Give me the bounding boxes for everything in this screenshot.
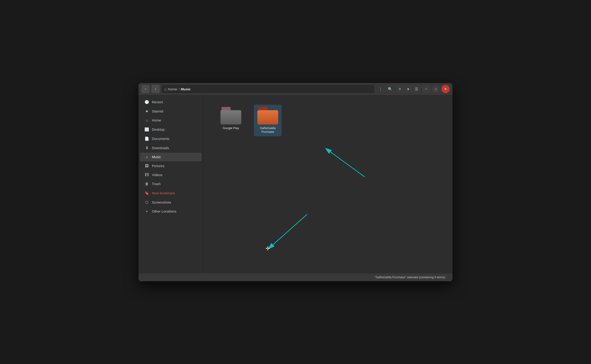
sidebar-label-recent: Recent xyxy=(152,100,163,104)
svg-line-3 xyxy=(272,214,307,245)
cursor-icon: ✛ xyxy=(265,245,270,252)
folder-google-play-icon xyxy=(221,107,241,124)
breadcrumb: ⌂ Home / Music xyxy=(161,85,375,93)
breadcrumb-current: Music xyxy=(181,87,191,91)
sidebar-item-downloads[interactable]: ⬇ Downloads xyxy=(140,143,201,152)
search-icon: 🔍 xyxy=(388,87,392,91)
view-toggle-group: ≡ ▾ ☰ xyxy=(396,85,421,93)
close-button[interactable]: ✕ xyxy=(441,85,450,93)
starred-icon: ★ xyxy=(145,109,149,113)
videos-icon: 🎞 xyxy=(145,173,149,177)
file-manager-window: ‹ › ⌂ Home / Music ⋮ 🔍 ≡ ▾ xyxy=(139,83,452,281)
folder-saregama-icon xyxy=(257,107,278,124)
sidebar-label-music: Music xyxy=(152,155,161,159)
sidebar-label-downloads: Downloads xyxy=(152,146,169,150)
forward-button[interactable]: › xyxy=(151,85,160,93)
file-label-google-play: Google Play xyxy=(223,126,239,130)
trash-icon: 🗑 xyxy=(145,182,149,186)
more-icon: ⋮ xyxy=(379,87,382,91)
pictures-icon: 🖼 xyxy=(145,164,149,168)
files-grid: Google Play SaReGaMa Purchase xyxy=(203,95,452,146)
desktop-icon: ⬜ xyxy=(145,127,149,132)
sidebar-item-documents[interactable]: 📄 Documents xyxy=(140,134,201,143)
sidebar-label-trash: Trash xyxy=(152,182,161,186)
bookmark-icon: 🔖 xyxy=(145,191,149,195)
search-button[interactable]: 🔍 xyxy=(386,85,394,93)
documents-icon: 📄 xyxy=(145,136,149,141)
sidebar-item-pictures[interactable]: 🖼 Pictures xyxy=(140,162,201,170)
maximize-icon: □ xyxy=(435,87,437,91)
sidebar-item-new-bookmark[interactable]: 🔖 New bookmark xyxy=(140,188,201,198)
screenshots-icon: ⬡ xyxy=(145,200,149,204)
sidebar-item-screenshots[interactable]: ⬡ Screenshots xyxy=(140,198,201,207)
sidebar-item-home[interactable]: ⌂ Home xyxy=(140,116,201,125)
titlebar: ‹ › ⌂ Home / Music ⋮ 🔍 ≡ ▾ xyxy=(139,83,452,95)
sidebar-label-home: Home xyxy=(152,118,161,122)
home-icon: ⌂ xyxy=(164,87,167,91)
sidebar-item-videos[interactable]: 🎞 Videos xyxy=(140,171,201,179)
sidebar-item-music[interactable]: ♪ Music xyxy=(140,153,201,161)
sidebar-item-desktop[interactable]: ⬜ Desktop xyxy=(140,125,201,134)
list-view-icon: ≡ xyxy=(399,87,401,91)
sidebar-label-other-locations: Other Locations xyxy=(152,209,176,213)
sidebar-item-starred[interactable]: ★ Starred xyxy=(140,107,201,116)
sidebar-label-desktop: Desktop xyxy=(152,128,165,131)
minimize-icon: − xyxy=(425,87,427,91)
back-button[interactable]: ‹ xyxy=(141,85,150,93)
view-dropdown-button[interactable]: ▾ xyxy=(404,85,412,93)
main-content: 🕐 Recent ★ Starred ⌂ Home ⬜ Desktop 📄 Do… xyxy=(139,95,452,273)
svg-line-2 xyxy=(326,148,365,177)
status-badge: "SaReGaMa Purchase" selected (containing… xyxy=(372,274,448,280)
file-item-saregama-purchase[interactable]: SaReGaMa Purchase xyxy=(254,105,282,136)
sidebar-label-documents: Documents xyxy=(152,137,169,141)
titlebar-actions: ⋮ 🔍 ≡ ▾ ☰ − □ xyxy=(376,85,450,93)
statusbar: "SaReGaMa Purchase" selected (containing… xyxy=(139,273,452,281)
more-options-button[interactable]: ⋮ xyxy=(376,85,385,93)
file-item-google-play[interactable]: Google Play xyxy=(217,105,245,136)
grid-view-button[interactable]: ☰ xyxy=(412,85,421,93)
close-icon: ✕ xyxy=(444,87,447,91)
other-locations-icon: + xyxy=(145,209,149,214)
breadcrumb-separator: / xyxy=(178,87,179,91)
sidebar-item-trash[interactable]: 🗑 Trash xyxy=(140,180,201,188)
file-label-saregama-purchase: SaReGaMa Purchase xyxy=(256,126,279,134)
sidebar-label-videos: Videos xyxy=(152,173,162,177)
chevron-down-icon: ▾ xyxy=(407,87,409,91)
sidebar-label-new-bookmark: New bookmark xyxy=(152,191,175,195)
sidebar-label-starred: Starred xyxy=(152,109,163,113)
status-message: "SaReGaMa Purchase" selected (containing… xyxy=(375,275,445,279)
breadcrumb-home[interactable]: Home xyxy=(168,87,177,91)
forward-icon: › xyxy=(155,87,156,91)
list-view-button[interactable]: ≡ xyxy=(396,85,404,93)
sidebar-item-recent[interactable]: 🕐 Recent xyxy=(140,98,201,106)
file-area: Google Play SaReGaMa Purchase xyxy=(203,95,452,273)
sidebar: 🕐 Recent ★ Starred ⌂ Home ⬜ Desktop 📄 Do… xyxy=(139,95,203,273)
back-icon: ‹ xyxy=(145,87,146,91)
maximize-button[interactable]: □ xyxy=(432,85,440,93)
minimize-button[interactable]: − xyxy=(422,85,430,93)
sidebar-label-screenshots: Screenshots xyxy=(152,200,171,204)
music-icon: ♪ xyxy=(145,155,149,159)
recent-icon: 🕐 xyxy=(145,100,149,104)
sidebar-label-pictures: Pictures xyxy=(152,164,164,168)
downloads-icon: ⬇ xyxy=(145,146,149,150)
grid-view-icon: ☰ xyxy=(415,87,418,91)
home-sidebar-icon: ⌂ xyxy=(145,118,149,122)
sidebar-item-other-locations[interactable]: + Other Locations xyxy=(140,207,201,216)
